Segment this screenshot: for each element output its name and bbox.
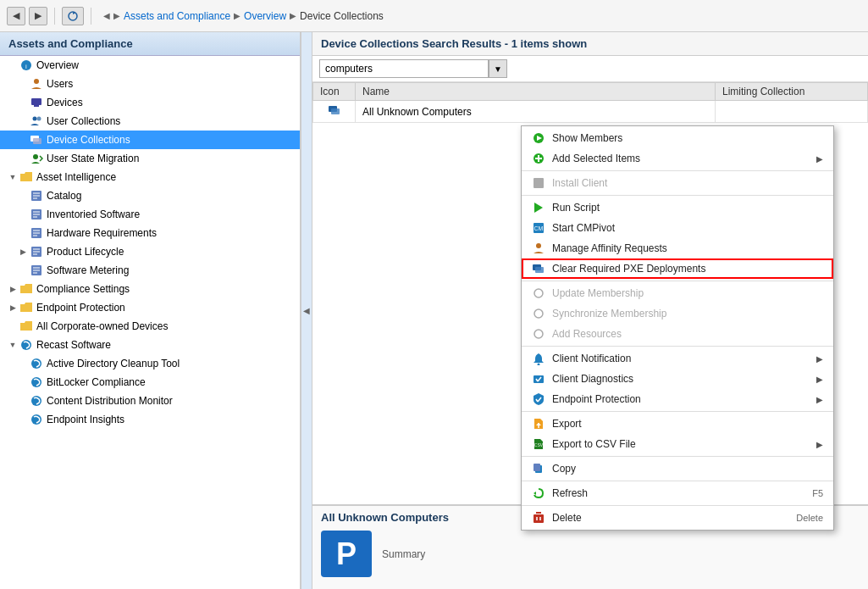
svg-point-50 [534, 289, 543, 297]
sidebar-item-device-collections[interactable]: Device Collections [0, 131, 300, 149]
svg-text:i: i [25, 63, 27, 70]
breadcrumb-sep00: ▶ [113, 11, 120, 20]
user-collections-label: User Collections [47, 115, 120, 127]
sidebar-item-recast-software[interactable]: ▼ Recast Software [0, 336, 300, 354]
cm-sep5 [522, 411, 833, 412]
corporate-icon [19, 320, 33, 333]
cm-run-script[interactable]: Run Script [522, 197, 833, 218]
tree-view: i Overview Users Devices [0, 56, 300, 589]
user-collections-icon [30, 114, 43, 128]
sidebar-item-user-collections[interactable]: User Collections [0, 112, 300, 131]
cm-client-diagnostics[interactable]: Client Diagnostics ▶ [522, 369, 833, 389]
cm-add-selected[interactable]: Add Selected Items ▶ [522, 148, 833, 169]
sidebar-item-catalog[interactable]: Catalog [0, 186, 300, 205]
cm-clear-pxe[interactable]: Clear Required PXE Deployments [522, 258, 833, 279]
cm-export-csv[interactable]: CSV Export to CSV File ▶ [522, 434, 833, 454]
cm-synchronize-label: Synchronize Membership [552, 308, 666, 320]
cm-manage-affinity[interactable]: Manage Affinity Requests [522, 238, 833, 258]
sidebar-item-user-state[interactable]: User State Migration [0, 149, 300, 168]
toolbar: ◀ ▶ ◀ ▶ Assets and Compliance ▶ Overview… [0, 0, 868, 32]
breadcrumb-sep0: ◀ [103, 11, 110, 20]
ad-cleanup-label: Active Directory Cleanup Tool [47, 358, 180, 370]
cm-affinity-label: Manage Affinity Requests [552, 242, 667, 254]
sidebar-item-bitlocker[interactable]: BitLocker Compliance [0, 373, 300, 392]
expand-inventoried [17, 208, 29, 220]
cm-start-cmpivot[interactable]: CM Start CMPivot [522, 218, 833, 238]
refresh-icon-button[interactable] [62, 7, 84, 25]
refresh-icon [532, 486, 545, 500]
expand-product: ▶ [17, 246, 29, 258]
export-csv-arrow: ▶ [816, 440, 823, 449]
refresh-shortcut: F5 [812, 488, 823, 498]
sidebar-item-inventoried-software[interactable]: Inventoried Software [0, 205, 300, 224]
cm-delete[interactable]: Delete Delete [522, 508, 833, 528]
endpoint-insights-label: Endpoint Insights [47, 414, 124, 425]
search-input[interactable] [319, 59, 489, 78]
table-row[interactable]: All Unknown Computers [313, 101, 868, 123]
export-csv-icon: CSV [532, 437, 545, 451]
collapse-panel-button[interactable]: ◀ [301, 32, 312, 589]
cm-export-csv-label: Export to CSV File [552, 438, 636, 450]
breadcrumb-overview[interactable]: Overview [244, 10, 286, 22]
cm-endpoint-protection[interactable]: Endpoint Protection ▶ [522, 389, 833, 409]
cm-export-label: Export [552, 418, 582, 430]
expand-overview [7, 59, 19, 71]
add-resources-icon [532, 327, 545, 341]
sidebar-item-asset-intelligence[interactable]: ▼ Asset Intelligence [0, 168, 300, 186]
sidebar-item-overview[interactable]: i Overview [0, 56, 300, 75]
cm-sep2 [522, 195, 833, 196]
left-panel-header: Assets and Compliance [0, 32, 300, 56]
cm-update-membership: Update Membership [522, 283, 833, 303]
breadcrumb: ◀ ▶ Assets and Compliance ▶ Overview ▶ D… [103, 10, 384, 22]
affinity-icon [532, 242, 545, 255]
cm-sep8 [522, 505, 833, 506]
cm-refresh[interactable]: Refresh F5 [522, 483, 833, 503]
summary-text: Summary [382, 548, 425, 560]
cm-export[interactable]: Export [522, 414, 833, 434]
summary-p-icon: P [321, 531, 372, 577]
bitlocker-icon [30, 375, 43, 389]
sidebar-item-content-dist[interactable]: Content Distribution Monitor [0, 392, 300, 410]
cm-sep4 [522, 346, 833, 347]
sidebar-item-all-corporate[interactable]: All Corporate-owned Devices [0, 317, 300, 336]
sidebar-item-software-metering[interactable]: Software Metering [0, 261, 300, 280]
catalog-label: Catalog [47, 190, 81, 202]
expand-content-dist [17, 395, 29, 407]
forward-button[interactable]: ▶ [29, 7, 47, 25]
cm-client-notification[interactable]: Client Notification ▶ [522, 348, 833, 369]
sidebar-item-endpoint-protection[interactable]: ▶ Endpoint Protection [0, 298, 300, 317]
clear-pxe-icon [532, 262, 545, 275]
export-icon [532, 417, 545, 431]
toolbar-sep2 [91, 8, 91, 25]
svg-rect-43 [534, 178, 544, 188]
svg-point-7 [37, 117, 41, 121]
client-notification-icon [532, 352, 545, 365]
sidebar-item-users[interactable]: Users [0, 75, 300, 93]
row-limiting-cell [716, 101, 868, 123]
expand-bitlocker [17, 376, 29, 388]
cm-synchronize: Synchronize Membership [522, 303, 833, 324]
expand-endpoint-insights [17, 414, 29, 425]
software-metering-icon [30, 264, 43, 277]
copy-icon [532, 462, 545, 475]
sidebar-item-hardware-requirements[interactable]: Hardware Requirements [0, 224, 300, 242]
expand-metering [17, 264, 29, 276]
svg-point-53 [538, 364, 540, 366]
sidebar-item-ad-cleanup[interactable]: Active Directory Cleanup Tool [0, 354, 300, 373]
devices-icon [30, 96, 43, 109]
sidebar-item-endpoint-insights[interactable]: Endpoint Insights [0, 410, 300, 429]
cm-show-members[interactable]: Show Members [522, 128, 833, 148]
svg-rect-5 [34, 105, 39, 107]
cm-copy[interactable]: Copy [522, 458, 833, 479]
client-notification-arrow: ▶ [816, 354, 823, 364]
row-name-cell: All Unknown Computers [356, 101, 716, 123]
sidebar-item-compliance-settings[interactable]: ▶ Compliance Settings [0, 280, 300, 298]
search-dropdown-button[interactable]: ▼ [489, 59, 507, 78]
sidebar-item-product-lifecycle[interactable]: ▶ Product Lifecycle [0, 242, 300, 261]
sidebar-item-devices[interactable]: Devices [0, 93, 300, 112]
corporate-label: All Corporate-owned Devices [36, 320, 168, 332]
svg-rect-49 [535, 267, 544, 273]
col-header-limiting: Limiting Collection [716, 83, 868, 101]
breadcrumb-assets[interactable]: Assets and Compliance [124, 10, 230, 22]
back-button[interactable]: ◀ [7, 7, 25, 25]
